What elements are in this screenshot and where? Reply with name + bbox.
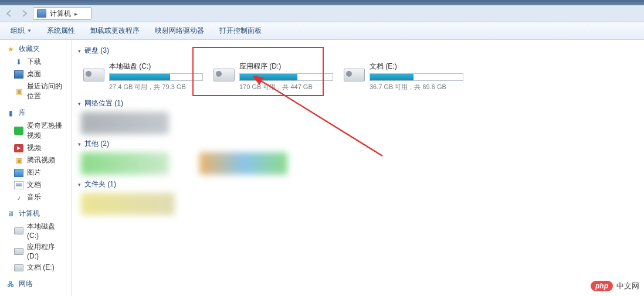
sidebar-label: 桌面 [27, 69, 41, 79]
sidebar-item-pictures[interactable]: 图片 [0, 166, 71, 179]
other-tiles [76, 152, 639, 175]
sidebar-group-network: 🖧 网络 [0, 277, 71, 291]
group-header-folders[interactable]: ▾ 文件夹 (1) [76, 177, 639, 193]
drive-stat: 27.4 GB 可用，共 79.3 GB [109, 83, 203, 91]
netloc-tiles [76, 112, 639, 134]
sidebar-header-libraries[interactable]: ▮ 库 [0, 106, 71, 120]
iqiyi-icon [14, 127, 23, 135]
sidebar-label: 网络 [19, 279, 33, 289]
sidebar-header-network[interactable]: 🖧 网络 [0, 277, 71, 291]
pictures-icon [14, 169, 23, 177]
blurred-item[interactable] [199, 152, 287, 175]
hdd-icon [344, 69, 365, 81]
address-box[interactable]: 计算机 ▸ [33, 7, 91, 20]
toolbar-map-drive[interactable]: 映射网络驱动器 [148, 24, 211, 38]
blurred-item[interactable] [81, 112, 169, 134]
group-header-other[interactable]: ▾ 其他 (2) [76, 137, 639, 152]
drive-thumb [344, 62, 365, 81]
content-pane: ▾ 硬盘 (3) 本地磁盘 (C:) 27.4 GB 可用，共 79.3 GB … [72, 40, 644, 296]
sidebar-label: 库 [19, 108, 26, 118]
sidebar-label: 计算机 [19, 209, 40, 219]
group-header-netloc[interactable]: ▾ 网络位置 (1) [76, 96, 639, 112]
watermark: php 中文网 [591, 281, 639, 291]
sidebar-label: 应用程序 (D:) [27, 242, 69, 260]
drive-thumb [83, 62, 104, 81]
toolbar-control-panel[interactable]: 打开控制面板 [212, 24, 269, 38]
arrow-left-icon [5, 9, 13, 18]
recent-icon: ▣ [14, 87, 23, 96]
computer-icon [37, 9, 46, 18]
drive-tile-d[interactable]: 应用程序 (D:) 170 GB 可用，共 447 GB [211, 59, 334, 94]
sidebar-label: 本地磁盘 (C:) [27, 222, 69, 240]
blurred-item[interactable] [81, 193, 175, 215]
drive-info: 本地磁盘 (C:) 27.4 GB 可用，共 79.3 GB [109, 62, 203, 91]
sidebar-header-favorites[interactable]: ★ 收藏夹 [0, 42, 71, 56]
sidebar-item-drive-d[interactable]: 应用程序 (D:) [0, 241, 71, 261]
download-icon: ⬇ [14, 58, 23, 66]
drive-icon [14, 264, 23, 271]
drive-icon [14, 227, 23, 234]
sidebar: ★ 收藏夹 ⬇ 下载 桌面 ▣ 最近访问的位置 ▮ 库 爱 [0, 40, 72, 296]
address-location: 计算机 [50, 9, 71, 19]
drive-info: 文档 (E:) 36.7 GB 可用，共 69.6 GB [370, 62, 463, 91]
toolbar-label: 卸载或更改程序 [90, 26, 140, 36]
group-title: 文件夹 (1) [84, 179, 116, 189]
sidebar-item-video[interactable]: 视频 [0, 142, 71, 154]
drive-usage-fill [110, 74, 170, 80]
drive-info: 应用程序 (D:) 170 GB 可用，共 447 GB [239, 62, 333, 91]
group-title: 硬盘 (3) [84, 46, 109, 56]
watermark-pill: php [591, 281, 613, 291]
toolbar-uninstall[interactable]: 卸载或更改程序 [83, 24, 147, 38]
drive-tile-c[interactable]: 本地磁盘 (C:) 27.4 GB 可用，共 79.3 GB [81, 59, 204, 94]
sidebar-item-tencent[interactable]: ▣ 腾讯视频 [0, 154, 71, 166]
sidebar-label: 收藏夹 [19, 44, 40, 54]
collapse-icon: ▾ [76, 101, 82, 107]
nav-back-button[interactable] [2, 7, 16, 20]
drive-name: 本地磁盘 (C:) [109, 62, 203, 72]
sidebar-label: 腾讯视频 [27, 155, 55, 165]
blurred-item[interactable] [81, 152, 169, 175]
hdd-icon [83, 69, 104, 81]
sidebar-item-music[interactable]: ♪ 音乐 [0, 191, 71, 203]
sidebar-group-computer: 🖥 计算机 本地磁盘 (C:) 应用程序 (D:) 文档 (E:) [0, 207, 71, 274]
network-icon: 🖧 [6, 280, 15, 288]
drive-name: 应用程序 (D:) [239, 62, 333, 72]
sidebar-item-recent[interactable]: ▣ 最近访问的位置 [0, 80, 71, 103]
title-bar [0, 0, 644, 5]
sidebar-header-computer[interactable]: 🖥 计算机 [0, 207, 71, 220]
main-area: ★ 收藏夹 ⬇ 下载 桌面 ▣ 最近访问的位置 ▮ 库 爱 [0, 40, 644, 296]
watermark-text: 中文网 [616, 281, 639, 291]
video-icon [14, 144, 23, 152]
desktop-icon [14, 70, 23, 79]
toolbar-system-properties[interactable]: 系统属性 [40, 24, 82, 38]
sidebar-label: 下载 [27, 57, 41, 67]
sidebar-item-documents[interactable]: 文档 [0, 179, 71, 191]
sidebar-label: 爱奇艺热播视频 [27, 121, 69, 141]
drive-tile-e[interactable]: 文档 (E:) 36.7 GB 可用，共 69.6 GB [341, 59, 465, 94]
drive-usage-fill [240, 74, 297, 80]
chevron-down-icon: ▼ [27, 28, 32, 33]
hdd-icon [213, 69, 235, 81]
toolbar-label: 打开控制面板 [219, 26, 262, 36]
sidebar-item-iqiyi[interactable]: 爱奇艺热播视频 [0, 120, 71, 142]
tencent-icon: ▣ [14, 156, 23, 165]
sidebar-label: 音乐 [27, 192, 41, 202]
group-header-drives[interactable]: ▾ 硬盘 (3) [76, 43, 639, 59]
arrow-right-icon [21, 9, 29, 18]
collapse-icon: ▾ [76, 141, 82, 147]
toolbar-label: 映射网络驱动器 [155, 26, 204, 36]
drive-usage-fill [370, 74, 413, 80]
toolbar-organize[interactable]: 组织 ▼ [4, 24, 39, 38]
collapse-icon: ▾ [76, 48, 82, 54]
folder-tiles [76, 193, 639, 215]
breadcrumb-separator-icon: ▸ [74, 11, 77, 17]
sidebar-item-desktop[interactable]: 桌面 [0, 68, 71, 80]
address-bar: 计算机 ▸ [0, 5, 644, 22]
sidebar-item-drive-e[interactable]: 文档 (E:) [0, 261, 71, 274]
sidebar-group-favorites: ★ 收藏夹 ⬇ 下载 桌面 ▣ 最近访问的位置 [0, 42, 71, 103]
sidebar-item-drive-c[interactable]: 本地磁盘 (C:) [0, 220, 71, 241]
sidebar-label: 文档 [27, 180, 41, 190]
nav-forward-button[interactable] [18, 7, 32, 20]
drive-thumb [213, 62, 235, 81]
sidebar-item-downloads[interactable]: ⬇ 下载 [0, 56, 71, 68]
